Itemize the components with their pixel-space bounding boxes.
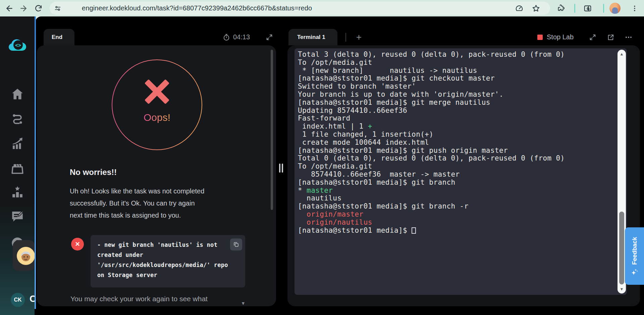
- left-panel-scrollbar[interactable]: [271, 50, 273, 210]
- leaderboard-icon[interactable]: [0, 185, 35, 199]
- terminal-line: [natasha@ststor01 media]$ git branch: [298, 179, 565, 187]
- terminal-line: Total 0 (delta 0), reused 0 (delta 0), p…: [298, 154, 565, 163]
- kodekloud-logo[interactable]: <>: [0, 37, 35, 53]
- terminal-line: Updating 8574410..66eef36: [298, 107, 565, 115]
- user-avatar[interactable]: [17, 247, 35, 265]
- app-root: engineer.kodekloud.com/task?id=68077c923…: [0, 0, 644, 315]
- site-info-icon[interactable]: [51, 0, 64, 16]
- terminal-cursor: [412, 227, 416, 234]
- bookmark-star-icon[interactable]: [529, 0, 543, 16]
- planner-icon[interactable]: [0, 162, 35, 176]
- more-options-icon[interactable]: [623, 33, 634, 42]
- tab-terminal-1[interactable]: Terminal 1: [288, 29, 337, 45]
- user-initials-badge[interactable]: CK: [11, 293, 25, 307]
- stopwatch-icon: [223, 34, 230, 41]
- timer-value: 04:13: [233, 33, 250, 41]
- add-terminal-button[interactable]: +: [353, 29, 365, 45]
- forward-icon[interactable]: [17, 0, 30, 16]
- terminal-scrollbar-thumb[interactable]: [619, 212, 624, 284]
- terminal-line: Switched to branch 'master': [298, 83, 565, 91]
- url-text[interactable]: engineer.kodekloud.com/task?id=68077c923…: [82, 0, 312, 16]
- extensions-icon[interactable]: [554, 0, 568, 16]
- terminal-line: origin/master: [298, 211, 565, 219]
- scrollbar-down-icon[interactable]: ▼: [618, 287, 626, 291]
- terminal-line: [natasha@ststor01 media]$ git checkout m…: [298, 75, 565, 83]
- terminal-output: Total 3 (delta 0), reused 0 (delta 0), p…: [298, 51, 565, 234]
- oops-circle: Oops!: [112, 59, 202, 150]
- terminal-line: nautilus: [298, 194, 565, 203]
- lab-timer: 04:13: [223, 29, 250, 45]
- expand-left-panel-icon[interactable]: [265, 33, 274, 42]
- terminal-line: origin/nautilus: [298, 219, 565, 227]
- learning-path-icon[interactable]: [0, 112, 35, 126]
- error-detail-box: - new git branch 'nautilus' is notcreate…: [91, 235, 245, 287]
- terminal-line: Total 3 (delta 0), reused 0 (delta 0), p…: [298, 51, 565, 59]
- error-badge-icon: ✕: [71, 238, 84, 251]
- oops-label: Oops!: [144, 112, 170, 123]
- back-icon[interactable]: [3, 0, 15, 16]
- terminal-screen[interactable]: Total 3 (delta 0), reused 0 (delta 0), p…: [294, 48, 627, 295]
- home-icon[interactable]: [0, 87, 35, 101]
- terminal-line: index.html | 1 +: [298, 123, 565, 131]
- terminal-line: [natasha@ststor01 media]$ git branch -r: [298, 203, 565, 211]
- error-detail-text: - new git branch 'nautilus' is notcreate…: [97, 240, 238, 280]
- footer-hint-text: You may check your work again to see wha…: [70, 295, 258, 303]
- feedback-button[interactable]: Feedback: [625, 227, 644, 285]
- terminal-line: [natasha@ststor01 media]$ git push origi…: [298, 147, 565, 155]
- progress-chart-icon[interactable]: [0, 137, 35, 151]
- terminal-line: [natasha@ststor01 media]$ git merge naut…: [298, 99, 565, 107]
- reload-icon[interactable]: [32, 0, 44, 16]
- copy-button[interactable]: [230, 238, 242, 251]
- terminal-line: [natasha@ststor01 media]$: [298, 227, 565, 235]
- terminal-line: * [new branch] nautilus -> nautilus: [298, 67, 565, 75]
- stop-lab-label: Stop Lab: [547, 33, 574, 41]
- result-message: Uh oh! Looks like the task was not compl…: [70, 185, 208, 221]
- terminal-line: * master: [298, 187, 565, 195]
- side-panel-search-icon[interactable]: [581, 0, 594, 16]
- expand-terminal-icon[interactable]: [588, 33, 597, 42]
- sparkle-icon: [631, 268, 638, 275]
- error-x-icon: [145, 80, 169, 104]
- result-heading: No worries!!: [70, 168, 117, 177]
- tab-end-label: End: [52, 34, 62, 41]
- tab-terminal-label: Terminal 1: [297, 34, 325, 41]
- terminal-line: 8574410..66eef36 master -> master: [298, 171, 565, 179]
- feedback-chat-icon[interactable]: [0, 209, 35, 223]
- scroll-down-caret-icon[interactable]: ▼: [241, 301, 246, 306]
- open-external-icon[interactable]: [606, 33, 615, 42]
- performance-icon[interactable]: [513, 0, 526, 16]
- scrollbar-up-icon[interactable]: ▲: [618, 52, 626, 56]
- toolbar-separator: [603, 4, 604, 13]
- feedback-label: Feedback: [631, 237, 638, 265]
- terminal-line: To /opt/media.git: [298, 163, 565, 171]
- toolbar-separator: [574, 4, 575, 13]
- panel-resize-handle[interactable]: [279, 164, 283, 173]
- task-result-panel: Oops! No worries!! Uh oh! Looks like the…: [37, 45, 276, 306]
- tab-end[interactable]: End: [44, 29, 74, 45]
- terminal-line: Fast-forward: [298, 115, 565, 123]
- browser-menu-icon[interactable]: [628, 0, 641, 16]
- stop-lab-button[interactable]: Stop Lab: [537, 29, 574, 45]
- terminal-panel: Total 3 (delta 0), reused 0 (delta 0), p…: [287, 45, 640, 306]
- terminal-line: To /opt/media.git: [298, 59, 565, 67]
- terminal-line: create mode 100644 index.html: [298, 139, 565, 147]
- sidebar-accent-line: [35, 16, 36, 309]
- stop-icon: [537, 35, 543, 40]
- svg-text:<>: <>: [15, 42, 21, 48]
- tab-separator: [345, 33, 346, 42]
- terminal-line: 1 file changed, 1 insertion(+): [298, 131, 565, 139]
- terminal-line: Your branch is up to date with 'origin/m…: [298, 91, 565, 99]
- profile-avatar[interactable]: [609, 3, 621, 14]
- browser-toolbar: engineer.kodekloud.com/task?id=68077c923…: [0, 0, 644, 16]
